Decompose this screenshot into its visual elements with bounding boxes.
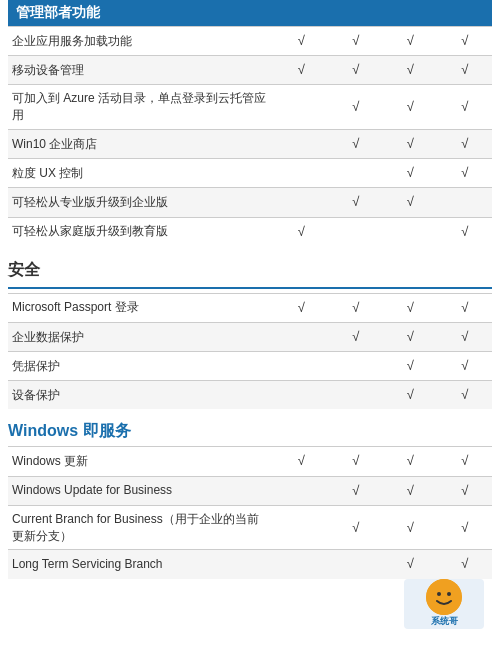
check-col2 — [329, 217, 383, 246]
table-row: Microsoft Passport 登录 √ √ √ √ — [8, 293, 492, 322]
check-col3: √ — [383, 85, 437, 130]
check-col2: √ — [329, 505, 383, 550]
windows-service-section: Windows 即服务 Windows 更新 √ √ √ √ Windows U… — [8, 413, 492, 628]
check-col2: √ — [329, 85, 383, 130]
check-col3: √ — [383, 27, 437, 56]
check-col1 — [274, 159, 328, 188]
admin-table: 企业应用服务加载功能 √ √ √ √ 移动设备管理 √ √ √ √ 可加入到 A… — [8, 26, 492, 246]
check-col4: √ — [438, 476, 492, 505]
check-col4: √ — [438, 85, 492, 130]
check-col2 — [329, 381, 383, 410]
check-col2: √ — [329, 188, 383, 217]
windows-service-header: Windows 即服务 — [8, 413, 492, 446]
check-col3: √ — [383, 550, 437, 579]
check-col1 — [274, 85, 328, 130]
check-col1 — [274, 476, 328, 505]
check-col1: √ — [274, 217, 328, 246]
logo-text: 系统哥 — [431, 615, 458, 628]
check-col3: √ — [383, 352, 437, 381]
security-section-header: 安全 — [8, 256, 492, 289]
check-col4: √ — [438, 217, 492, 246]
check-col1 — [274, 550, 328, 579]
table-row: Current Branch for Business（用于企业的当前更新分支）… — [8, 505, 492, 550]
check-col4: √ — [438, 550, 492, 579]
check-col4: √ — [438, 159, 492, 188]
check-col2: √ — [329, 56, 383, 85]
logo-face-icon — [426, 579, 462, 615]
row-label: 凭据保护 — [8, 352, 274, 381]
check-col4: √ — [438, 293, 492, 322]
check-col3 — [383, 217, 437, 246]
row-label: 可轻松从家庭版升级到教育版 — [8, 217, 274, 246]
check-col2 — [329, 550, 383, 579]
check-col3: √ — [383, 381, 437, 410]
row-label: 企业数据保护 — [8, 322, 274, 351]
svg-point-2 — [447, 592, 451, 596]
check-col2 — [329, 352, 383, 381]
check-col1: √ — [274, 27, 328, 56]
check-col1 — [274, 381, 328, 410]
check-col4: √ — [438, 56, 492, 85]
table-row: 可轻松从专业版升级到企业版 √ √ — [8, 188, 492, 217]
row-label: Windows Update for Business — [8, 476, 274, 505]
table-row: Windows Update for Business √ √ √ — [8, 476, 492, 505]
row-label: Win10 企业商店 — [8, 129, 274, 158]
table-row: 可加入到 Azure 活动目录，单点登录到云托管应用 √ √ √ — [8, 85, 492, 130]
admin-section: 管理部者功能 企业应用服务加载功能 √ √ √ √ 移动设备管理 √ √ √ √ — [8, 0, 492, 246]
page-container: 管理部者功能 企业应用服务加载功能 √ √ √ √ 移动设备管理 √ √ √ √ — [0, 0, 500, 651]
check-col2: √ — [329, 476, 383, 505]
site-logo: 系统哥 — [404, 579, 484, 629]
check-col1 — [274, 322, 328, 351]
check-col4: √ — [438, 505, 492, 550]
table-row: Long Term Servicing Branch √ √ — [8, 550, 492, 579]
row-label: 设备保护 — [8, 381, 274, 410]
windows-service-table: Windows 更新 √ √ √ √ Windows Update for Bu… — [8, 446, 492, 578]
check-col1 — [274, 188, 328, 217]
row-label: Microsoft Passport 登录 — [8, 293, 274, 322]
security-table: Microsoft Passport 登录 √ √ √ √ 企业数据保护 √ √… — [8, 293, 492, 410]
check-col2: √ — [329, 293, 383, 322]
check-col3: √ — [383, 322, 437, 351]
check-col3: √ — [383, 293, 437, 322]
row-label: 可轻松从专业版升级到企业版 — [8, 188, 274, 217]
check-col1: √ — [274, 447, 328, 476]
row-label: Long Term Servicing Branch — [8, 550, 274, 579]
table-row: 粒度 UX 控制 √ √ — [8, 159, 492, 188]
table-row: Windows 更新 √ √ √ √ — [8, 447, 492, 476]
check-col4: √ — [438, 381, 492, 410]
check-col1 — [274, 505, 328, 550]
check-col1 — [274, 129, 328, 158]
check-col3: √ — [383, 56, 437, 85]
check-col3: √ — [383, 188, 437, 217]
check-col4: √ — [438, 447, 492, 476]
check-col4: √ — [438, 322, 492, 351]
check-col3: √ — [383, 476, 437, 505]
check-col3: √ — [383, 505, 437, 550]
table-row: 凭据保护 √ √ — [8, 352, 492, 381]
table-row: Win10 企业商店 √ √ √ — [8, 129, 492, 158]
check-col4: √ — [438, 27, 492, 56]
row-label: 移动设备管理 — [8, 56, 274, 85]
check-col2: √ — [329, 447, 383, 476]
check-col1: √ — [274, 293, 328, 322]
row-label: 粒度 UX 控制 — [8, 159, 274, 188]
row-label: Current Branch for Business（用于企业的当前更新分支） — [8, 505, 274, 550]
check-col2: √ — [329, 27, 383, 56]
check-col3: √ — [383, 447, 437, 476]
table-row: 企业应用服务加载功能 √ √ √ √ — [8, 27, 492, 56]
table-row: 企业数据保护 √ √ √ — [8, 322, 492, 351]
table-row: 移动设备管理 √ √ √ √ — [8, 56, 492, 85]
row-label: 企业应用服务加载功能 — [8, 27, 274, 56]
svg-point-0 — [426, 579, 462, 615]
check-col4 — [438, 188, 492, 217]
check-col1 — [274, 352, 328, 381]
check-col2: √ — [329, 129, 383, 158]
logo-inner: 系统哥 — [426, 579, 462, 628]
row-label: 可加入到 Azure 活动目录，单点登录到云托管应用 — [8, 85, 274, 130]
check-col3: √ — [383, 129, 437, 158]
check-col2 — [329, 159, 383, 188]
check-col3: √ — [383, 159, 437, 188]
admin-section-header: 管理部者功能 — [8, 0, 492, 26]
table-row: 可轻松从家庭版升级到教育版 √ √ — [8, 217, 492, 246]
row-label: Windows 更新 — [8, 447, 274, 476]
